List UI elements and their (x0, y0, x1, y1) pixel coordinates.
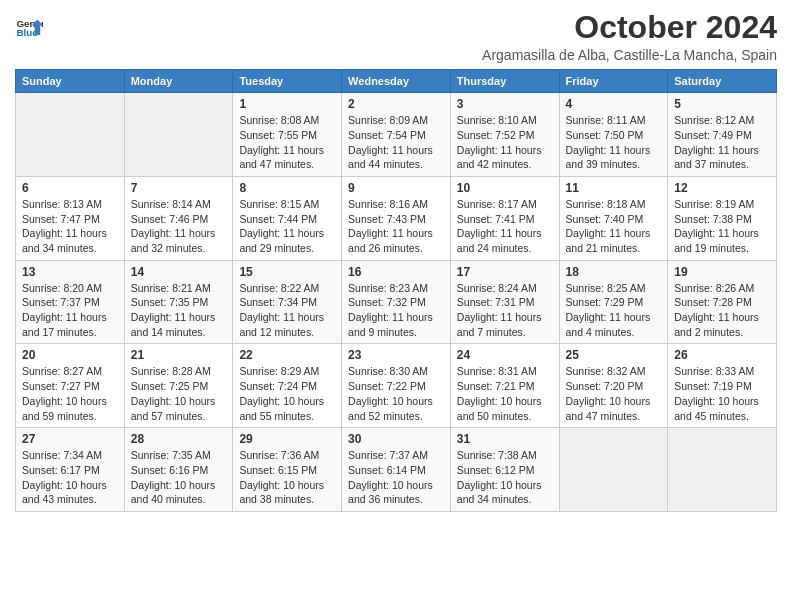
day-number: 10 (457, 181, 553, 195)
day-detail: Sunrise: 7:36 AM Sunset: 6:15 PM Dayligh… (239, 448, 335, 507)
page-header: General Blue October 2024 Argamasilla de… (15, 10, 777, 63)
weekday-header-thursday: Thursday (450, 70, 559, 93)
calendar-cell: 5Sunrise: 8:12 AM Sunset: 7:49 PM Daylig… (668, 93, 777, 177)
day-detail: Sunrise: 8:28 AM Sunset: 7:25 PM Dayligh… (131, 364, 227, 423)
calendar-cell: 12Sunrise: 8:19 AM Sunset: 7:38 PM Dayli… (668, 176, 777, 260)
calendar-cell (668, 428, 777, 512)
weekday-header-monday: Monday (124, 70, 233, 93)
day-detail: Sunrise: 8:20 AM Sunset: 7:37 PM Dayligh… (22, 281, 118, 340)
calendar-cell: 15Sunrise: 8:22 AM Sunset: 7:34 PM Dayli… (233, 260, 342, 344)
day-detail: Sunrise: 8:27 AM Sunset: 7:27 PM Dayligh… (22, 364, 118, 423)
calendar-cell: 28Sunrise: 7:35 AM Sunset: 6:16 PM Dayli… (124, 428, 233, 512)
day-number: 6 (22, 181, 118, 195)
title-area: October 2024 Argamasilla de Alba, Castil… (482, 10, 777, 63)
day-detail: Sunrise: 8:33 AM Sunset: 7:19 PM Dayligh… (674, 364, 770, 423)
calendar-cell: 1Sunrise: 8:08 AM Sunset: 7:55 PM Daylig… (233, 93, 342, 177)
day-detail: Sunrise: 8:30 AM Sunset: 7:22 PM Dayligh… (348, 364, 444, 423)
day-detail: Sunrise: 8:18 AM Sunset: 7:40 PM Dayligh… (566, 197, 662, 256)
day-number: 3 (457, 97, 553, 111)
day-number: 9 (348, 181, 444, 195)
day-detail: Sunrise: 8:12 AM Sunset: 7:49 PM Dayligh… (674, 113, 770, 172)
day-detail: Sunrise: 8:10 AM Sunset: 7:52 PM Dayligh… (457, 113, 553, 172)
day-number: 31 (457, 432, 553, 446)
day-detail: Sunrise: 8:31 AM Sunset: 7:21 PM Dayligh… (457, 364, 553, 423)
day-detail: Sunrise: 8:17 AM Sunset: 7:41 PM Dayligh… (457, 197, 553, 256)
calendar-cell: 31Sunrise: 7:38 AM Sunset: 6:12 PM Dayli… (450, 428, 559, 512)
day-number: 23 (348, 348, 444, 362)
calendar-cell: 17Sunrise: 8:24 AM Sunset: 7:31 PM Dayli… (450, 260, 559, 344)
day-number: 11 (566, 181, 662, 195)
calendar-cell (16, 93, 125, 177)
day-number: 7 (131, 181, 227, 195)
day-number: 25 (566, 348, 662, 362)
day-detail: Sunrise: 8:15 AM Sunset: 7:44 PM Dayligh… (239, 197, 335, 256)
calendar-cell: 7Sunrise: 8:14 AM Sunset: 7:46 PM Daylig… (124, 176, 233, 260)
calendar-cell: 18Sunrise: 8:25 AM Sunset: 7:29 PM Dayli… (559, 260, 668, 344)
day-number: 20 (22, 348, 118, 362)
weekday-header-tuesday: Tuesday (233, 70, 342, 93)
day-number: 22 (239, 348, 335, 362)
calendar-cell: 23Sunrise: 8:30 AM Sunset: 7:22 PM Dayli… (342, 344, 451, 428)
calendar-cell: 26Sunrise: 8:33 AM Sunset: 7:19 PM Dayli… (668, 344, 777, 428)
day-detail: Sunrise: 8:22 AM Sunset: 7:34 PM Dayligh… (239, 281, 335, 340)
day-detail: Sunrise: 8:11 AM Sunset: 7:50 PM Dayligh… (566, 113, 662, 172)
month-title: October 2024 (482, 10, 777, 45)
calendar-cell: 8Sunrise: 8:15 AM Sunset: 7:44 PM Daylig… (233, 176, 342, 260)
calendar-cell: 3Sunrise: 8:10 AM Sunset: 7:52 PM Daylig… (450, 93, 559, 177)
calendar-cell (124, 93, 233, 177)
calendar-table: SundayMondayTuesdayWednesdayThursdayFrid… (15, 69, 777, 512)
weekday-header-sunday: Sunday (16, 70, 125, 93)
day-number: 5 (674, 97, 770, 111)
day-number: 24 (457, 348, 553, 362)
calendar-cell: 14Sunrise: 8:21 AM Sunset: 7:35 PM Dayli… (124, 260, 233, 344)
day-number: 29 (239, 432, 335, 446)
day-number: 12 (674, 181, 770, 195)
weekday-header-wednesday: Wednesday (342, 70, 451, 93)
day-detail: Sunrise: 7:34 AM Sunset: 6:17 PM Dayligh… (22, 448, 118, 507)
day-number: 8 (239, 181, 335, 195)
day-number: 13 (22, 265, 118, 279)
calendar-cell: 19Sunrise: 8:26 AM Sunset: 7:28 PM Dayli… (668, 260, 777, 344)
calendar-cell: 25Sunrise: 8:32 AM Sunset: 7:20 PM Dayli… (559, 344, 668, 428)
calendar-cell: 4Sunrise: 8:11 AM Sunset: 7:50 PM Daylig… (559, 93, 668, 177)
calendar-cell: 9Sunrise: 8:16 AM Sunset: 7:43 PM Daylig… (342, 176, 451, 260)
day-detail: Sunrise: 8:23 AM Sunset: 7:32 PM Dayligh… (348, 281, 444, 340)
day-number: 27 (22, 432, 118, 446)
calendar-cell: 13Sunrise: 8:20 AM Sunset: 7:37 PM Dayli… (16, 260, 125, 344)
day-number: 30 (348, 432, 444, 446)
calendar-cell: 6Sunrise: 8:13 AM Sunset: 7:47 PM Daylig… (16, 176, 125, 260)
day-number: 26 (674, 348, 770, 362)
day-detail: Sunrise: 7:37 AM Sunset: 6:14 PM Dayligh… (348, 448, 444, 507)
calendar-cell: 11Sunrise: 8:18 AM Sunset: 7:40 PM Dayli… (559, 176, 668, 260)
day-number: 28 (131, 432, 227, 446)
day-detail: Sunrise: 8:13 AM Sunset: 7:47 PM Dayligh… (22, 197, 118, 256)
day-number: 2 (348, 97, 444, 111)
calendar-cell (559, 428, 668, 512)
day-detail: Sunrise: 8:32 AM Sunset: 7:20 PM Dayligh… (566, 364, 662, 423)
calendar-cell: 20Sunrise: 8:27 AM Sunset: 7:27 PM Dayli… (16, 344, 125, 428)
calendar-cell: 30Sunrise: 7:37 AM Sunset: 6:14 PM Dayli… (342, 428, 451, 512)
weekday-header-saturday: Saturday (668, 70, 777, 93)
day-number: 21 (131, 348, 227, 362)
day-detail: Sunrise: 7:35 AM Sunset: 6:16 PM Dayligh… (131, 448, 227, 507)
calendar-cell: 10Sunrise: 8:17 AM Sunset: 7:41 PM Dayli… (450, 176, 559, 260)
day-detail: Sunrise: 8:19 AM Sunset: 7:38 PM Dayligh… (674, 197, 770, 256)
day-detail: Sunrise: 8:16 AM Sunset: 7:43 PM Dayligh… (348, 197, 444, 256)
day-number: 14 (131, 265, 227, 279)
logo: General Blue (15, 14, 43, 42)
day-number: 19 (674, 265, 770, 279)
day-detail: Sunrise: 8:14 AM Sunset: 7:46 PM Dayligh… (131, 197, 227, 256)
day-detail: Sunrise: 8:25 AM Sunset: 7:29 PM Dayligh… (566, 281, 662, 340)
calendar-cell: 2Sunrise: 8:09 AM Sunset: 7:54 PM Daylig… (342, 93, 451, 177)
day-detail: Sunrise: 7:38 AM Sunset: 6:12 PM Dayligh… (457, 448, 553, 507)
calendar-cell: 24Sunrise: 8:31 AM Sunset: 7:21 PM Dayli… (450, 344, 559, 428)
calendar-cell: 22Sunrise: 8:29 AM Sunset: 7:24 PM Dayli… (233, 344, 342, 428)
calendar-cell: 21Sunrise: 8:28 AM Sunset: 7:25 PM Dayli… (124, 344, 233, 428)
calendar-cell: 16Sunrise: 8:23 AM Sunset: 7:32 PM Dayli… (342, 260, 451, 344)
calendar-cell: 29Sunrise: 7:36 AM Sunset: 6:15 PM Dayli… (233, 428, 342, 512)
location-title: Argamasilla de Alba, Castille-La Mancha,… (482, 47, 777, 63)
calendar-cell: 27Sunrise: 7:34 AM Sunset: 6:17 PM Dayli… (16, 428, 125, 512)
day-number: 17 (457, 265, 553, 279)
day-detail: Sunrise: 8:29 AM Sunset: 7:24 PM Dayligh… (239, 364, 335, 423)
day-detail: Sunrise: 8:08 AM Sunset: 7:55 PM Dayligh… (239, 113, 335, 172)
